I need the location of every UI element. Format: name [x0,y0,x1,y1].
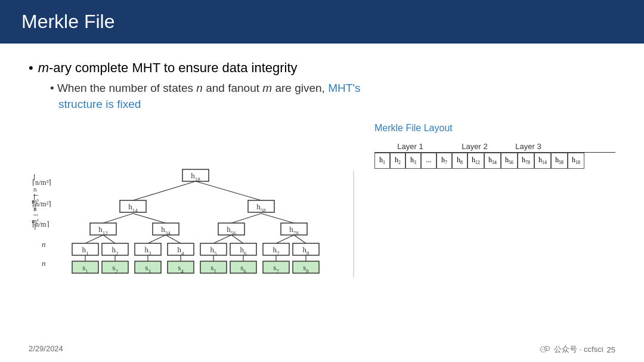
tree-svg: ⌈ n ─ m³ ⌉ ⌈ n ─ m² ⌉ ⌈n/m³⌉ ⌈n/m²⌉ ⌈n/m… [29,123,363,290]
file-cell-h14: h14 [534,153,551,168]
svg-text:n: n [42,259,46,268]
footer: 2/29/2024 公众号 · ccfsci 25 [0,344,644,355]
sub-bullet-text: When the number of states n and fanout m… [57,82,360,94]
svg-line-23 [148,235,166,243]
file-cell-h12: h12 [467,153,484,168]
blue-text-part2: structure is fixed [58,98,141,110]
file-cell-h1: h1 [374,153,390,168]
svg-line-26 [231,235,243,243]
file-cell-h2: h2 [390,153,405,168]
svg-line-15 [133,181,196,200]
layer2-cells: h12 h34 h56 h78 [467,153,534,168]
file-layout-bar: h1 h2 h3 ... h7 h8 h12 h34 h56 h78 h14 [374,152,615,168]
svg-line-28 [294,235,306,243]
slide-content: • m-ary complete MHT to ensure data inte… [0,44,644,296]
file-cell-h34: h34 [484,153,501,168]
footer-brand: 公众号 · ccfsci [554,344,603,355]
svg-text:n: n [42,240,46,249]
file-cell-h56: h56 [501,153,518,168]
layer-labels-row: Layer 1 Layer 2 Layer 3 [374,142,615,151]
svg-text:⌈n/m²⌉: ⌈n/m²⌉ [32,200,51,208]
file-cell-h58: h58 [551,153,568,168]
footer-right: 公众号 · ccfsci 25 [540,344,615,355]
svg-text:⌈n/m⌉: ⌈n/m⌉ [32,220,49,228]
svg-line-18 [133,214,166,223]
file-cell-dots: ... [421,153,436,168]
layer1-label: Layer 1 [377,142,444,151]
svg-line-22 [103,235,115,243]
svg-point-89 [547,348,549,349]
svg-line-27 [276,235,294,243]
layout-section: Merkle File Layout Layer 1 Layer 2 Layer… [363,123,615,290]
file-cell-h7: h7 [436,153,452,168]
layer3-label: Layer 3 [506,142,551,151]
layout-title: Merkle File Layout [374,123,615,134]
footer-date: 2/29/2024 [29,344,63,355]
main-bullet-text: m-ary complete MHT to ensure data integr… [38,60,298,76]
footer-page: 25 [607,345,615,354]
svg-point-84 [540,347,547,352]
svg-line-24 [166,235,181,243]
svg-line-16 [196,181,261,200]
file-cell-h18: h18 [568,153,584,168]
svg-point-87 [544,346,550,351]
sub-bullet-text2: structure is fixed [58,98,141,110]
svg-line-25 [213,235,231,243]
svg-line-21 [85,235,103,243]
bullet-dot-sub: • [50,82,57,94]
sub-bullet: • When the number of states n and fanout… [50,81,615,112]
svg-point-88 [546,348,547,349]
wechat-icon [540,344,550,355]
main-bullet: • m-ary complete MHT to ensure data inte… [29,60,615,76]
svg-line-20 [261,214,294,223]
svg-line-17 [103,214,133,223]
svg-point-85 [542,349,543,350]
layer1-cells: h1 h2 h3 ... h7 h8 [374,153,467,168]
header-title: Merkle File [21,11,114,32]
bullet-dot-main: • [29,60,33,76]
layer3-cells: h14 h58 h18 [534,153,584,168]
layer2-label: Layer 2 [444,142,506,151]
file-cell-h3: h3 [405,153,421,168]
svg-line-19 [231,214,261,223]
file-cell-h78: h78 [518,153,534,168]
diagram-area: ⌈ n ─ m³ ⌉ ⌈ n ─ m² ⌉ ⌈n/m³⌉ ⌈n/m²⌉ ⌈n/m… [29,123,615,290]
file-cell-h8: h8 [452,153,467,168]
svg-text:⌈n/m³⌉: ⌈n/m³⌉ [32,178,51,187]
tree-section: ⌈ n ─ m³ ⌉ ⌈ n ─ m² ⌉ ⌈n/m³⌉ ⌈n/m²⌉ ⌈n/m… [29,123,363,290]
blue-text-part1: MHT's [328,82,360,94]
slide-header: Merkle File [0,0,644,44]
